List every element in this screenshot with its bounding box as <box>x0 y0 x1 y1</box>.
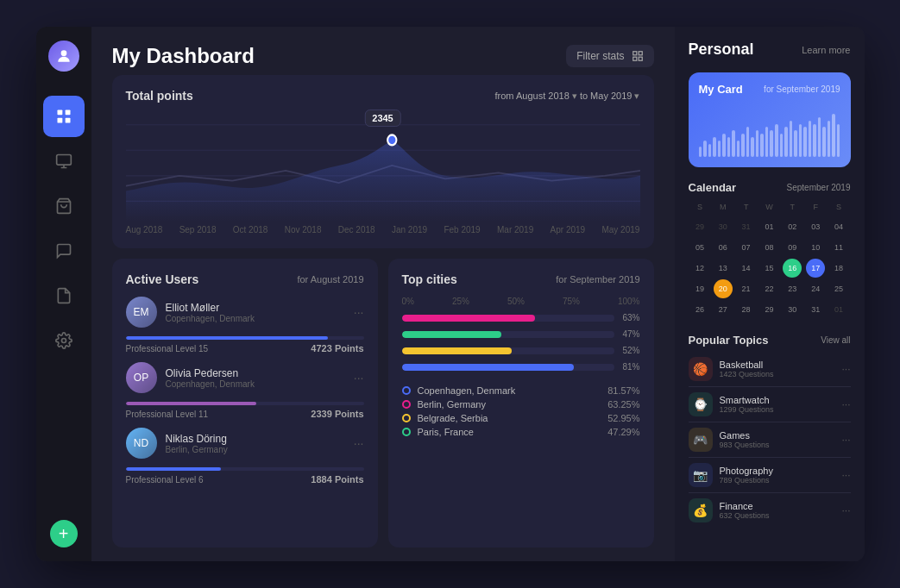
learn-more-link[interactable]: Learn more <box>802 45 850 55</box>
city-value: 52.95% <box>607 413 639 423</box>
calendar-day[interactable]: 23 <box>783 279 802 298</box>
topic-menu-dots[interactable]: ··· <box>841 504 850 516</box>
calendar-day[interactable]: 25 <box>829 279 848 298</box>
calendar-day[interactable]: 26 <box>690 300 709 319</box>
page-title: My Dashboard <box>112 44 255 68</box>
sidebar-item-docs[interactable] <box>43 275 85 316</box>
topic-menu-dots[interactable]: ··· <box>841 434 850 446</box>
card-bar <box>718 141 721 157</box>
calendar-day[interactable]: 18 <box>829 259 848 278</box>
calendar-day[interactable]: 04 <box>829 217 848 236</box>
calendar-day[interactable]: 11 <box>829 238 848 257</box>
active-users-title: Active Users <box>126 272 199 286</box>
calendar-day[interactable]: 20 <box>714 279 733 298</box>
add-button[interactable]: + <box>50 520 78 547</box>
calendar-day[interactable]: 06 <box>714 238 733 257</box>
filter-label: Filter stats <box>576 50 624 62</box>
my-card-title: My Card <box>699 83 743 96</box>
calendar-day[interactable]: 19 <box>690 279 709 298</box>
calendar-day[interactable]: 16 <box>783 259 802 278</box>
calendar-day[interactable]: 17 <box>806 259 825 278</box>
user-menu-dots[interactable]: ··· <box>354 371 364 385</box>
calendar-day[interactable]: 03 <box>806 217 825 236</box>
sidebar-item-shopping[interactable] <box>43 185 85 227</box>
calendar-day[interactable]: 12 <box>690 259 709 278</box>
topic-item: 🏀 Basketball 1423 Questions ··· <box>689 352 851 387</box>
topic-item: 📷 Photography 789 Questions ··· <box>689 458 851 493</box>
calendar-day[interactable]: 24 <box>806 279 825 298</box>
calendar-day[interactable]: 13 <box>714 259 733 278</box>
topic-info: Smartwatch 1299 Questions <box>720 395 835 414</box>
user-menu-dots[interactable]: ··· <box>354 436 364 450</box>
calendar-day[interactable]: 31 <box>806 300 825 319</box>
filter-stats-button[interactable]: Filter stats <box>566 45 653 67</box>
users-list: EM Elliot Møller Copenhagen, Denmark ···… <box>126 297 364 493</box>
calendar-day[interactable]: 08 <box>759 238 778 257</box>
card-bar <box>760 134 764 157</box>
user-name: Niklas Döring <box>166 433 228 445</box>
card-bar <box>775 124 778 157</box>
chart-title: Total points <box>126 89 193 103</box>
card-bar <box>737 141 740 157</box>
svg-rect-4 <box>65 118 70 123</box>
city-bar-fill <box>402 315 536 322</box>
calendar-day[interactable]: 10 <box>806 238 825 257</box>
sidebar-item-chat[interactable] <box>43 230 85 272</box>
user-location: Copenhagen, Denmark <box>166 379 255 389</box>
chart-tooltip: 2345 <box>364 109 400 127</box>
calendar-day[interactable]: 01 <box>759 217 778 236</box>
calendar-day[interactable]: 27 <box>714 300 733 319</box>
city-bar-track <box>402 315 614 322</box>
my-card-period: for September 2019 <box>764 84 840 94</box>
calendar-day[interactable]: 09 <box>783 238 802 257</box>
user-name: Olivia Pedersen <box>166 367 255 379</box>
sidebar-item-monitor[interactable] <box>43 141 85 182</box>
calendar-day[interactable]: 01 <box>829 300 848 319</box>
calendar-day[interactable]: 07 <box>737 238 756 257</box>
topic-menu-dots[interactable]: ··· <box>841 469 850 481</box>
top-cities-period: for September 2019 <box>556 274 639 285</box>
topic-count: 632 Questions <box>720 511 835 520</box>
user-name: Elliot Møller <box>166 302 255 314</box>
calendar-day[interactable]: 28 <box>737 300 756 319</box>
cities-scale: 0% 25% 50% 75% 100% <box>402 297 640 306</box>
sidebar-item-settings[interactable] <box>43 320 85 361</box>
calendar-day[interactable]: 30 <box>783 300 802 319</box>
sidebar-item-dashboard[interactable] <box>43 96 85 137</box>
panel-title: Personal <box>689 41 754 59</box>
calendar-day[interactable]: 21 <box>737 279 756 298</box>
calendar-day[interactable]: 22 <box>759 279 778 298</box>
calendar-day[interactable]: 29 <box>759 300 778 319</box>
chart-header: Total points from August 2018 ▾ to May 2… <box>126 89 640 103</box>
calendar-day[interactable]: 14 <box>737 259 756 278</box>
city-bar-pct: 47% <box>614 329 640 339</box>
calendar-day[interactable]: 29 <box>690 217 709 236</box>
calendar-day[interactable]: 30 <box>714 217 733 236</box>
city-dot <box>402 414 411 422</box>
user-level: Professional Level 11 <box>126 410 209 419</box>
avatar[interactable] <box>48 41 79 72</box>
calendar-day[interactable]: 15 <box>759 259 778 278</box>
user-menu-dots[interactable]: ··· <box>354 305 364 319</box>
main-header: My Dashboard Filter stats <box>91 27 675 75</box>
svg-rect-12 <box>633 57 636 60</box>
topic-info: Photography 789 Questions <box>720 466 835 485</box>
calendar-day[interactable]: 31 <box>737 217 756 236</box>
view-all-link[interactable]: View all <box>821 335 850 345</box>
topic-menu-dots[interactable]: ··· <box>841 363 850 375</box>
svg-rect-10 <box>633 52 636 55</box>
calendar-day[interactable]: 02 <box>783 217 802 236</box>
sidebar-nav <box>43 96 85 520</box>
svg-rect-2 <box>65 110 70 116</box>
calendar-week: 26272829303101 <box>689 299 851 320</box>
top-cities-title: Top cities <box>402 272 457 286</box>
user-avatar: OP <box>126 362 157 393</box>
card-bar <box>756 130 759 157</box>
city-name: Berlin, Germany <box>418 399 601 410</box>
calendar-day[interactable]: 05 <box>690 238 709 257</box>
top-cities-header: Top cities for September 2019 <box>402 272 640 286</box>
city-bar-pct: 63% <box>614 313 640 322</box>
calendar-header: Calendar September 2019 <box>689 181 851 194</box>
svg-rect-1 <box>57 110 62 116</box>
topic-menu-dots[interactable]: ··· <box>841 398 850 410</box>
